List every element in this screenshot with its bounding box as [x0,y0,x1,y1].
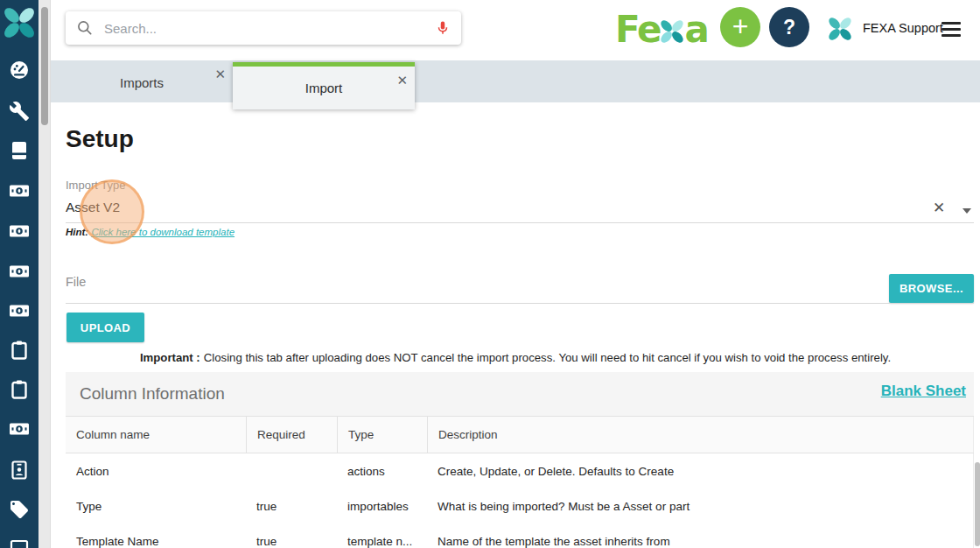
sidebar-scrollbar[interactable] [38,0,51,548]
search-input[interactable] [102,20,435,37]
clipboard-icon[interactable] [9,340,30,361]
fexa-petal-logo [2,4,37,41]
wrench-icon[interactable] [9,101,30,122]
important-notice: Important :Closing this tab after upload… [51,351,980,364]
fexa-wordmark: Fe a [615,4,708,54]
cell-type: actions [337,453,427,488]
upload-button[interactable]: UPLOAD [66,313,144,342]
add-button[interactable]: + [720,7,760,47]
search-icon [76,19,94,37]
cash-icon[interactable] [9,418,30,439]
cash-icon[interactable] [9,180,30,201]
tag-icon[interactable] [9,499,30,520]
dashboard-icon[interactable] [9,60,30,81]
import-type-select-value[interactable]: Asset V2 [66,200,120,215]
tab-imports-label: Imports [51,75,233,90]
cell-description: What is being imported? Must be a Asset … [427,488,974,523]
book-icon[interactable] [9,140,30,161]
hint-line: Hint: Click here to download template [66,227,234,237]
browse-button[interactable]: BROWSE... [889,274,974,303]
brand-petal-x-icon [659,18,685,45]
column-information-title: Column Information [80,384,225,404]
id-badge-icon[interactable] [9,460,30,481]
brand-text-right: a [684,8,707,51]
table-header-row: Column name Required Type Description [66,416,974,453]
tab-imports-close-icon[interactable]: ✕ [214,67,226,82]
column-header-type: Type [337,417,427,453]
cell-name: Action [66,453,246,488]
table-row: Action actions Create, Update, or Delete… [66,453,974,488]
tab-import-close-icon[interactable]: ✕ [396,73,408,88]
file-field-label: File [66,275,86,289]
cell-name: Type [66,488,246,523]
page-scrollbar-thumb[interactable] [975,462,980,546]
cell-description: Name of the template the asset inherits … [427,523,974,548]
brand-text-left: Fe [615,8,660,51]
import-type-underline [66,222,974,223]
column-header-name: Column name [66,417,246,453]
cell-required: true [246,488,337,523]
sidebar [0,0,38,548]
column-header-required: Required [246,417,337,453]
page-title: Setup [66,125,134,153]
important-notice-text: Closing this tab after uploading does NO… [204,351,891,364]
cell-required: true [246,523,337,548]
microphone-icon[interactable] [435,18,451,38]
download-template-link[interactable]: Click here to download template [91,227,234,237]
column-information-header-band: Column Information Blank Sheet [66,372,974,416]
cell-required [246,453,337,488]
tab-import-label: Import [233,81,415,95]
fexa-app-window: Fe a + ? FEXA Support Imports ✕ [0,0,980,548]
clear-selection-icon[interactable]: ✕ [933,199,945,217]
top-header: Fe a + ? FEXA Support [51,0,980,60]
blank-sheet-link[interactable]: Blank Sheet [881,383,966,400]
tab-imports[interactable]: Imports ✕ [51,60,233,102]
help-button[interactable]: ? [769,7,809,47]
hint-prefix: Hint: [66,227,88,237]
user-account-label[interactable]: FEXA Support [863,21,943,35]
important-notice-bold: Important : [140,351,200,364]
cash-icon[interactable] [9,221,30,242]
cell-type: importables [337,488,427,523]
cell-description: Create, Update, or Delete. Defaults to C… [427,453,974,488]
table-row: Type true importables What is being impo… [66,488,974,523]
cash-icon[interactable] [9,261,30,282]
screen-icon[interactable] [9,537,30,548]
cell-name: Template Name [66,523,246,548]
cash-icon[interactable] [9,300,30,321]
sidebar-scrollbar-thumb[interactable] [41,7,48,125]
column-header-description: Description [427,417,974,453]
search-box [66,11,461,45]
fexa-mini-logo [827,15,853,43]
hamburger-menu-icon[interactable] [942,22,961,37]
dropdown-caret-icon[interactable] [962,208,971,214]
file-field-underline [66,303,974,304]
column-information-section: Column Information Blank Sheet Column na… [66,372,974,548]
cell-type: template n... [337,523,427,548]
import-setup-panel: Setup Import Type Asset V2 ✕ Hint: Click… [51,102,980,548]
tab-bar: Imports ✕ Import ✕ [51,60,980,102]
table-row: Template Name true template n... Name of… [66,523,974,548]
import-type-label: Import Type [66,179,125,192]
clipboard-icon[interactable] [9,379,30,400]
tab-import[interactable]: Import ✕ [233,62,415,109]
